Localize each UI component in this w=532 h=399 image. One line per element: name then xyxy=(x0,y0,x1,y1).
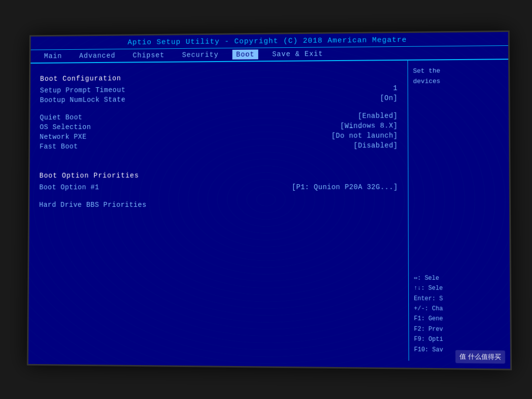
right-panel: Set the devices ⇔: Sele ↑↓: Sele Enter: … xyxy=(408,60,510,362)
section2-header: Boot Option Priorities xyxy=(39,171,398,180)
setup-prompt-timeout-value: 1 xyxy=(393,84,398,92)
quiet-boot-label: Quiet Boot xyxy=(40,113,83,121)
hdd-bbs-row[interactable]: Hard Drive BBS Priorities xyxy=(39,201,398,209)
menu-chipset[interactable]: Chipset xyxy=(129,50,168,60)
key-change: +/-: Cha xyxy=(414,303,505,314)
os-selection-value: [Windows 8.X] xyxy=(340,122,398,130)
help-text: Set the devices xyxy=(413,66,503,87)
os-selection-row[interactable]: OS Selection [Windows 8.X] xyxy=(40,122,398,131)
quiet-boot-row[interactable]: Quiet Boot [Enabled] xyxy=(40,112,398,121)
setup-prompt-timeout-label: Setup Prompt Timeout xyxy=(40,86,126,95)
menu-advanced[interactable]: Advanced xyxy=(75,51,119,61)
os-selection-label: OS Selection xyxy=(40,123,91,131)
watermark-badge: 值 什么值得买 xyxy=(456,350,505,364)
menu-boot[interactable]: Boot xyxy=(232,50,258,60)
bootup-numlock-row[interactable]: Bootup NumLock State [On] xyxy=(40,94,398,104)
boot-option1-label: Boot Option #1 xyxy=(39,183,100,191)
bootup-numlock-value: [On] xyxy=(380,94,398,102)
section1-header: Boot Configuration xyxy=(40,72,398,83)
hdd-bbs-label: Hard Drive BBS Priorities xyxy=(39,201,146,209)
fast-boot-label: Fast Boot xyxy=(39,143,78,151)
menu-security[interactable]: Security xyxy=(178,50,223,60)
menu-save-exit[interactable]: Save & Exit xyxy=(268,49,327,59)
key-help: ⇔: Sele ↑↓: Sele Enter: S +/-: Cha F1: G… xyxy=(414,273,505,355)
fast-boot-row[interactable]: Fast Boot [Disabled] xyxy=(39,141,398,150)
key-select-item: ⇔: Sele xyxy=(414,273,505,284)
network-pxe-row[interactable]: Network PXE [Do not launch] xyxy=(39,132,398,141)
quiet-boot-value: [Enabled] xyxy=(358,112,398,120)
key-optimized: F9: Opti xyxy=(414,334,505,345)
boot-option1-value: [P1: Qunion P20A 32G...] xyxy=(292,183,398,191)
network-pxe-label: Network PXE xyxy=(39,133,86,141)
key-previous: F2: Prev xyxy=(414,324,505,335)
main-content: Boot Configuration Setup Prompt Timeout … xyxy=(29,60,510,362)
left-panel: Boot Configuration Setup Prompt Timeout … xyxy=(29,61,409,361)
setup-prompt-timeout-row[interactable]: Setup Prompt Timeout 1 xyxy=(40,84,398,95)
network-pxe-value: [Do not launch] xyxy=(332,132,398,140)
bootup-numlock-label: Bootup NumLock State xyxy=(40,96,126,104)
key-general: F1: Gene xyxy=(414,314,505,325)
key-enter: Enter: S xyxy=(414,294,505,304)
title-text: Aptio Setup Utility - Copyright (C) 2018… xyxy=(128,36,407,47)
menu-main[interactable]: Main xyxy=(40,51,66,61)
key-navigate: ↑↓: Sele xyxy=(414,283,505,294)
boot-option1-row[interactable]: Boot Option #1 [P1: Qunion P20A 32G...] xyxy=(39,183,398,191)
fast-boot-value: [Disabled] xyxy=(354,141,398,149)
